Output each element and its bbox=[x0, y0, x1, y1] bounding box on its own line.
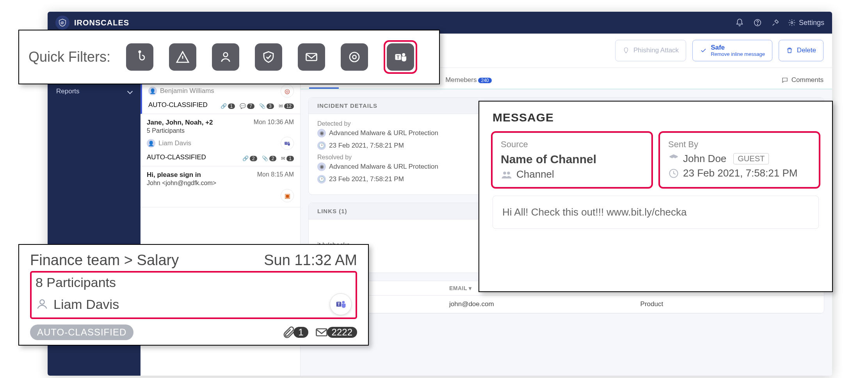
settings-label: Settings bbox=[799, 19, 824, 27]
delete-button[interactable]: Delete bbox=[779, 40, 824, 61]
filter-hook-icon[interactable] bbox=[126, 43, 153, 71]
svg-rect-9 bbox=[306, 53, 317, 61]
safe-button[interactable]: Safe Remove inline message bbox=[692, 40, 772, 61]
filter-target-icon[interactable] bbox=[341, 43, 368, 71]
autoclassified-chip: AUTO-CLASSIFIED bbox=[30, 325, 133, 340]
quick-filters-label: Quick Filters: bbox=[28, 49, 110, 65]
safe-sub: Remove inline message bbox=[711, 52, 765, 57]
sidebar-item-label: Reports bbox=[56, 87, 80, 95]
table-row[interactable]: John Doe john@doe.com Product bbox=[309, 295, 824, 313]
incident-title: Finance team > Salary bbox=[30, 252, 179, 269]
svg-text:@: @ bbox=[60, 21, 64, 25]
svg-point-18 bbox=[342, 301, 345, 304]
stat-mail-icon: ✉1 bbox=[281, 155, 294, 161]
overlay-message: MESSAGE Source Name of Channel Channel S… bbox=[478, 101, 833, 292]
svg-point-7 bbox=[139, 51, 141, 53]
teams-badge-icon: T bbox=[330, 293, 352, 315]
source-type: Channel bbox=[501, 168, 643, 180]
office-badge-icon: ▣ bbox=[281, 189, 294, 202]
tab-members[interactable]: Memebers240 bbox=[445, 72, 491, 88]
resolved-by-value: ◉Advanced Malware & URL Protection bbox=[317, 162, 438, 171]
incident-assignee: Liam Davis bbox=[158, 139, 191, 147]
cell-email: john@doe.com bbox=[444, 295, 635, 313]
detected-time: 🕑23 Feb 2021, 7:58:21 PM bbox=[317, 141, 438, 150]
resolved-by-label: Resolved by bbox=[317, 154, 438, 161]
svg-text:T: T bbox=[397, 55, 400, 60]
threat-badge-icon: ◎ bbox=[281, 84, 294, 98]
chevron-down-icon bbox=[126, 87, 132, 95]
svg-point-20 bbox=[503, 171, 506, 175]
svg-point-3 bbox=[791, 22, 793, 24]
svg-point-22 bbox=[672, 157, 675, 160]
svg-point-6 bbox=[288, 142, 290, 143]
brand-name: IRONSCALES bbox=[74, 18, 129, 27]
highlight-box: 8 Participants Liam Davis T bbox=[30, 271, 357, 319]
stat-chat-icon: 💬7 bbox=[240, 103, 254, 109]
sentby-name: John Doe GUEST bbox=[668, 153, 811, 165]
help-icon[interactable] bbox=[752, 17, 763, 28]
incident-time: Mon 10:36 AM bbox=[254, 119, 294, 127]
user-icon: 👤 bbox=[147, 139, 155, 148]
svg-point-21 bbox=[507, 171, 510, 175]
detected-by-label: Detected by bbox=[317, 120, 438, 127]
mail-icon: 2222 bbox=[314, 325, 357, 339]
phishing-label: Phishing Attack bbox=[633, 46, 679, 54]
filter-teams-icon[interactable]: T bbox=[387, 43, 414, 71]
sentby-card: Sent By John Doe GUEST 23 Feb 2021, 7:58… bbox=[660, 133, 819, 187]
stat-clip-icon: 📎3 bbox=[259, 103, 274, 109]
delete-label: Delete bbox=[797, 46, 816, 54]
incident-row[interactable]: Hi, please sign inMon 8:15 AM John <john… bbox=[141, 166, 300, 207]
svg-point-8 bbox=[224, 53, 228, 57]
incident-assignee: Benjamin Williams bbox=[160, 87, 214, 95]
incident-subject: Jane, John, Noah, +2 bbox=[147, 119, 213, 127]
participants-count: 8 Participants bbox=[36, 275, 352, 290]
teams-badge-icon: T bbox=[281, 137, 294, 150]
autoclassified-chip: AUTO-CLASSIFIED bbox=[148, 101, 208, 109]
filter-mail-icon[interactable] bbox=[298, 43, 325, 71]
svg-text:T: T bbox=[285, 142, 287, 144]
tools-icon[interactable] bbox=[770, 17, 781, 28]
clip-icon: 1 bbox=[282, 325, 308, 339]
filter-warning-icon[interactable] bbox=[169, 43, 196, 71]
cell-dept: Product bbox=[635, 295, 824, 313]
svg-point-10 bbox=[350, 52, 359, 62]
bell-icon[interactable] bbox=[734, 17, 745, 28]
sentby-label: Sent By bbox=[668, 139, 811, 150]
stat-link-icon: 🔗1 bbox=[221, 103, 235, 109]
svg-point-15 bbox=[40, 300, 44, 304]
settings-link[interactable]: Settings bbox=[788, 19, 824, 27]
incident-time: Mon 8:15 AM bbox=[257, 171, 294, 179]
resolved-time: 🕑23 Feb 2021, 7:58:21 PM bbox=[317, 175, 438, 184]
highlight-box: T bbox=[384, 40, 417, 74]
incident-time: Sun 11:32 AM bbox=[264, 252, 357, 269]
shield-icon: ◉ bbox=[317, 162, 326, 171]
incident-row[interactable]: Jane, John, Noah, +2Mon 10:36 AM 5 Parti… bbox=[141, 114, 300, 166]
message-heading: MESSAGE bbox=[493, 111, 819, 124]
overlay-incident-item: Finance team > Salary Sun 11:32 AM 8 Par… bbox=[18, 244, 369, 346]
phishing-attack-button[interactable]: Phishing Attack bbox=[615, 40, 686, 61]
brand-logo-icon: @ bbox=[55, 16, 69, 30]
guest-badge: GUEST bbox=[733, 153, 769, 164]
detected-by-value: ◉Advanced Malware & URL Protection bbox=[317, 129, 438, 137]
filter-shield-icon[interactable] bbox=[255, 43, 282, 71]
svg-rect-19 bbox=[316, 329, 327, 336]
svg-point-14 bbox=[402, 53, 405, 56]
clock-icon: 🕑 bbox=[317, 175, 326, 184]
incident-from: John <john@ngdfk.com> bbox=[147, 180, 294, 187]
autoclassified-chip: AUTO-CLASSIFIED bbox=[147, 153, 206, 161]
source-label: Source bbox=[501, 139, 643, 150]
source-name: Name of Channel bbox=[501, 153, 643, 166]
user-icon: 👤 bbox=[148, 87, 157, 95]
stat-mail-icon: ✉12 bbox=[279, 103, 294, 109]
svg-point-11 bbox=[353, 55, 356, 59]
brand: @ IRONSCALES bbox=[55, 16, 129, 30]
overlay-quick-filters: Quick Filters: T bbox=[18, 30, 440, 84]
svg-point-2 bbox=[757, 24, 758, 25]
comments-link[interactable]: Comments bbox=[781, 76, 824, 84]
stat-link-icon: 🔗2 bbox=[242, 155, 257, 161]
incident-from: 5 Participants bbox=[147, 127, 294, 134]
stat-clip-icon: 📎2 bbox=[262, 155, 277, 161]
filter-user-icon[interactable] bbox=[212, 43, 239, 71]
assignee-name: Liam Davis bbox=[53, 297, 119, 312]
shield-icon: ◉ bbox=[317, 129, 326, 137]
